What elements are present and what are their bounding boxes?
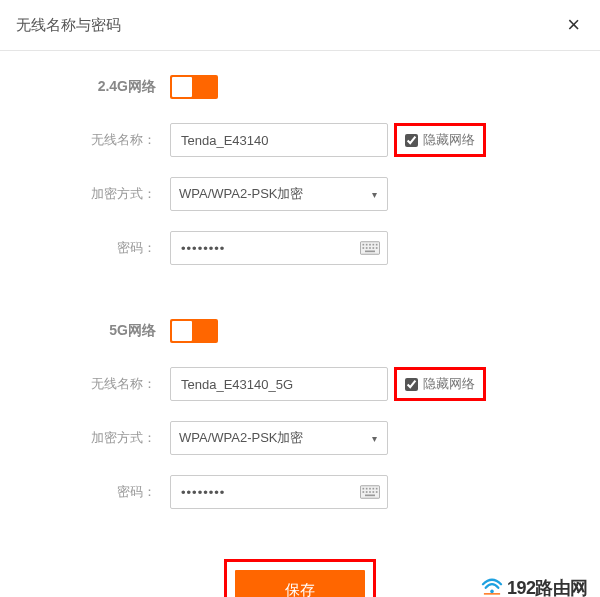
section-heading-24g: 2.4G网络 xyxy=(0,78,170,96)
svg-rect-15 xyxy=(369,488,371,490)
svg-rect-14 xyxy=(366,488,368,490)
encryption-value-24g: WPA/WPA2-PSK加密 xyxy=(179,185,303,203)
ssid-label-24g: 无线名称： xyxy=(0,131,170,149)
wifi-icon xyxy=(481,577,503,597)
ssid-input-24g[interactable] xyxy=(170,123,388,157)
password-label-5g: 密码： xyxy=(0,483,170,501)
svg-rect-16 xyxy=(373,488,375,490)
svg-rect-18 xyxy=(363,491,365,493)
svg-rect-17 xyxy=(376,488,378,490)
ssid-input-5g[interactable] xyxy=(170,367,388,401)
svg-rect-11 xyxy=(365,251,375,253)
password-input-5g[interactable] xyxy=(170,475,388,509)
toggle-knob-icon xyxy=(172,321,192,341)
keyboard-icon[interactable] xyxy=(360,485,380,499)
hide-network-24g-block[interactable]: 隐藏网络 xyxy=(394,123,486,157)
save-button-highlight: 保存 xyxy=(224,559,376,597)
password-label-24g: 密码： xyxy=(0,239,170,257)
toggle-24g[interactable] xyxy=(170,75,218,99)
ssid-label-5g: 无线名称： xyxy=(0,375,170,393)
svg-rect-10 xyxy=(376,247,378,249)
password-input-24g[interactable] xyxy=(170,231,388,265)
svg-rect-20 xyxy=(369,491,371,493)
svg-rect-1 xyxy=(363,244,365,246)
svg-rect-8 xyxy=(369,247,371,249)
hide-network-label-5g: 隐藏网络 xyxy=(423,375,475,393)
svg-rect-22 xyxy=(376,491,378,493)
encryption-select-5g[interactable]: WPA/WPA2-PSK加密 xyxy=(170,421,388,455)
hide-network-checkbox-5g[interactable] xyxy=(405,378,418,391)
svg-rect-13 xyxy=(363,488,365,490)
toggle-5g[interactable] xyxy=(170,319,218,343)
hide-network-5g-block[interactable]: 隐藏网络 xyxy=(394,367,486,401)
svg-rect-21 xyxy=(373,491,375,493)
watermark-title: 192路由网 xyxy=(507,579,588,597)
hide-network-checkbox-24g[interactable] xyxy=(405,134,418,147)
svg-rect-3 xyxy=(369,244,371,246)
watermark-logo: 192路由网 www.192ly.com xyxy=(481,577,588,597)
hide-network-label-24g: 隐藏网络 xyxy=(423,131,475,149)
svg-rect-2 xyxy=(366,244,368,246)
svg-rect-5 xyxy=(376,244,378,246)
svg-rect-4 xyxy=(373,244,375,246)
save-button[interactable]: 保存 xyxy=(235,570,365,597)
encryption-value-5g: WPA/WPA2-PSK加密 xyxy=(179,429,303,447)
encryption-label-5g: 加密方式： xyxy=(0,429,170,447)
svg-rect-25 xyxy=(484,593,500,594)
svg-rect-6 xyxy=(363,247,365,249)
svg-rect-19 xyxy=(366,491,368,493)
keyboard-icon[interactable] xyxy=(360,241,380,255)
dialog-header: 无线名称与密码 × xyxy=(0,0,600,51)
svg-point-24 xyxy=(490,589,494,593)
svg-rect-23 xyxy=(365,495,375,497)
toggle-knob-icon xyxy=(172,77,192,97)
svg-rect-9 xyxy=(373,247,375,249)
section-heading-5g: 5G网络 xyxy=(0,322,170,340)
close-icon[interactable]: × xyxy=(567,14,580,36)
encryption-label-24g: 加密方式： xyxy=(0,185,170,203)
svg-rect-7 xyxy=(366,247,368,249)
encryption-select-24g[interactable]: WPA/WPA2-PSK加密 xyxy=(170,177,388,211)
dialog-title: 无线名称与密码 xyxy=(16,16,121,35)
